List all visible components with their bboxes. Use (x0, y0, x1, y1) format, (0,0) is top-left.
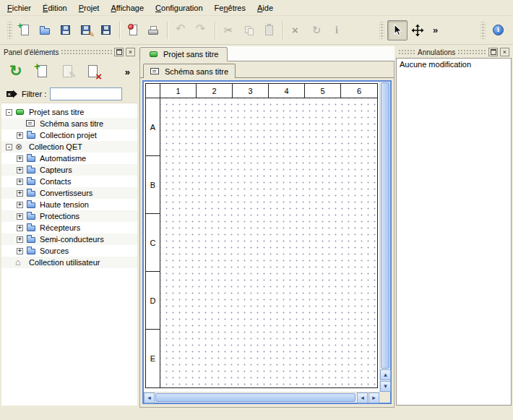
menu-bar: FichierÉditionProjetAffichageConfigurati… (0, 0, 513, 16)
menu-edition[interactable]: Édition (37, 1, 73, 14)
undo-button[interactable]: ↶ (171, 20, 191, 40)
tree-item-sources[interactable]: +Sources (1, 245, 137, 257)
tree-item-label: Capteurs (40, 166, 72, 174)
horizontal-scrollbar[interactable] (144, 392, 379, 403)
toolbar-separator (119, 22, 121, 39)
tree-expander-plus[interactable]: + (17, 132, 23, 139)
tree-item-recepteurs[interactable]: +Récepteurs (1, 222, 137, 233)
v-scroll-thumb[interactable] (381, 82, 389, 369)
close-undo-panel-button[interactable]: × (500, 48, 509, 56)
copy-icon (243, 24, 256, 37)
tree-indent (4, 216, 17, 217)
rotate-selection-button[interactable]: ↻ (307, 20, 327, 40)
tree-expander-minus[interactable]: - (6, 109, 12, 116)
redo-button[interactable]: ↷ (191, 20, 212, 40)
h-scroll-thumb[interactable] (155, 393, 355, 402)
print-button[interactable] (144, 20, 164, 40)
save-file-button[interactable] (56, 20, 76, 40)
tree-item-label: Collection utilisateur (29, 258, 100, 267)
tree-expander-plus[interactable]: + (17, 155, 23, 162)
tree-expander-plus[interactable]: + (17, 213, 23, 220)
tree-item-collection-qet[interactable]: -⊗Collection QET (1, 141, 137, 153)
tree-item-automatisme[interactable]: +Automatisme (1, 153, 137, 164)
scroll-left-end-button[interactable] (357, 393, 368, 403)
paste-button[interactable] (259, 20, 280, 40)
tree-expander-minus[interactable]: - (6, 144, 12, 150)
tree-item-convertisseurs[interactable]: +Convertisseurs (1, 187, 137, 199)
undo-list-item[interactable]: Aucune modification (397, 59, 511, 70)
tree-item-protections[interactable]: +Protections (1, 210, 137, 222)
delete-selection-button[interactable]: × (287, 20, 307, 40)
scroll-left-button[interactable] (144, 393, 155, 403)
delete-element-button[interactable]: × (82, 61, 103, 82)
tree-expander-plus[interactable]: + (17, 167, 23, 173)
float-panel-button[interactable] (114, 48, 124, 56)
tree-item-capteurs[interactable]: +Capteurs (1, 164, 137, 176)
scroll-up-button[interactable] (380, 369, 391, 380)
tree-expander-plus[interactable]: + (17, 202, 23, 208)
tree-item-projet-sans-titre[interactable]: -Projet sans titre (1, 106, 137, 118)
tree-expander-plus[interactable]: + (17, 190, 23, 197)
menu-projet[interactable]: Projet (73, 1, 105, 14)
tree-item-haute-tension[interactable]: +Haute tension (1, 199, 137, 210)
toolbar-grip[interactable] (7, 22, 12, 39)
diagram-viewport[interactable]: 123456 ABCDE (144, 82, 379, 392)
tree-expander-plus[interactable]: + (17, 236, 23, 243)
tree-item-label: Sources (40, 247, 69, 255)
save-file-icon (59, 24, 72, 37)
column-label: 1 (160, 84, 197, 98)
clear-filter-icon[interactable]: × (6, 90, 18, 98)
tab-schema-sans-titre[interactable]: Schéma sans titre (143, 64, 236, 78)
toolbar-overflow-button[interactable]: » (428, 20, 448, 40)
close-panel-button[interactable]: × (126, 48, 135, 56)
tree-expander-plus[interactable]: + (17, 179, 23, 185)
save-all-files-button[interactable] (96, 20, 116, 40)
cut-button[interactable]: ✂ (219, 20, 239, 40)
about-qet-button[interactable]: i (488, 20, 509, 40)
open-file-button[interactable] (35, 20, 56, 40)
tree-expander-plus[interactable]: + (17, 225, 23, 231)
tree-item-collection-utilisateur[interactable]: ⌂Collection utilisateur (1, 257, 137, 268)
copy-button[interactable] (239, 20, 259, 40)
element-infos-button[interactable]: i (327, 20, 348, 40)
project-area: Projet sans titre Schéma sans titre 1234… (139, 46, 395, 408)
tab-projet-sans-titre[interactable]: Projet sans titre (139, 47, 228, 61)
edit-element-button[interactable]: ✎ (56, 61, 78, 82)
menu-fenetres[interactable]: Fenêtres (209, 1, 251, 14)
scroll-down-button[interactable] (380, 381, 391, 392)
vertical-scrollbar[interactable] (379, 82, 390, 392)
diagram-canvas[interactable] (160, 98, 377, 387)
tree-item-label: Semi-conducteurs (40, 235, 104, 244)
menu-affichage[interactable]: Affichage (105, 1, 150, 14)
new-file-button[interactable]: + (15, 20, 35, 40)
filter-input[interactable] (50, 87, 122, 100)
close-file-button[interactable] (124, 20, 144, 40)
elements-panel-titlebar[interactable]: Panel d'éléments × (1, 46, 137, 58)
select-mode-button[interactable] (387, 20, 408, 40)
menu-configuration[interactable]: Configuration (150, 1, 208, 14)
pan-mode-icon (411, 24, 424, 37)
tree-expander-plus[interactable]: + (17, 248, 23, 254)
scroll-right-button[interactable] (368, 393, 379, 403)
pan-mode-button[interactable] (408, 20, 428, 40)
tree-item-schema-sans-titre[interactable]: Schéma sans titre (1, 118, 137, 129)
reload-button[interactable]: ↻ (6, 61, 27, 82)
tree-item-collection-projet[interactable]: +Collection projet (1, 129, 137, 141)
toolbar-grip[interactable] (379, 22, 384, 39)
tree-indent (4, 158, 17, 159)
panel-toolbar-overflow-button[interactable]: » (122, 65, 133, 79)
tree-item-contacts[interactable]: +Contacts (1, 176, 137, 187)
tree-item-semi-conducteurs[interactable]: +Semi-conducteurs (1, 233, 137, 245)
save-file-as-button[interactable]: ✎ (76, 20, 96, 40)
float-undo-panel-button[interactable] (488, 48, 498, 56)
undo-icon: ↶ (175, 24, 188, 37)
toolbar-grip[interactable] (480, 22, 486, 39)
menu-fichier[interactable]: Fichier (1, 1, 37, 14)
project-tab-label: Projet sans titre (163, 50, 218, 59)
menu-aide[interactable]: Aide (251, 1, 279, 14)
tree-expander-spacer (6, 260, 12, 266)
undo-panel-titlebar[interactable]: Annulations × (396, 46, 512, 58)
dock-grip (457, 49, 486, 55)
diagram: 123456 ABCDE (145, 83, 378, 388)
new-element-button[interactable]: + (31, 61, 53, 82)
